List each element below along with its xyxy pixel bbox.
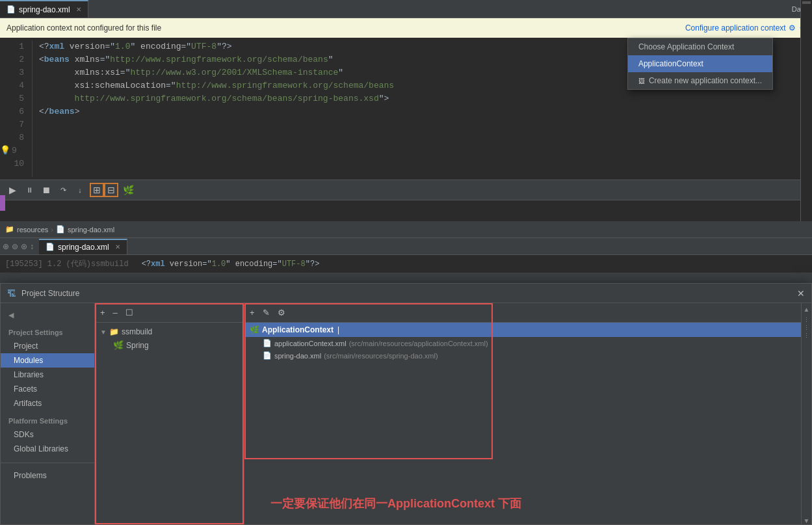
dropdown-item-create-new[interactable]: 🖼 Create new application context...	[628, 72, 772, 89]
sidebar-modules-label: Modules	[14, 356, 43, 365]
configure-link-text: Configure application context	[685, 23, 786, 33]
sub-context-applicationcontext-xml[interactable]: 📄 applicationContext.xml (src/main/resou…	[244, 337, 811, 349]
scroll-up[interactable]: ▲	[804, 306, 810, 313]
sidebar-global-libraries-label: Global Libraries	[14, 444, 68, 453]
tree-child-spring[interactable]: 🌿 Spring	[98, 338, 241, 352]
stop-btn[interactable]: ⏹	[39, 183, 53, 197]
dropdown-menu: Choose Application Context ApplicationCo…	[627, 38, 773, 90]
second-toolbar-btn1[interactable]: ⊕	[3, 242, 9, 251]
code-strip-info: [195253] 1.2 (代码)ssmbuild	[5, 258, 129, 269]
modules-toolbar: + – ☐	[95, 303, 244, 323]
tab-label: spring-dao.xml	[19, 5, 70, 14]
dialog-sidebar: ◀ Project Settings Project Modules Libra…	[1, 303, 95, 524]
second-tab-label: spring-dao.xml	[58, 243, 109, 252]
second-tab-bar: ⊕ ⊚ ⊛ ↕ 📄 spring-dao.xml ✕	[0, 238, 812, 255]
sidebar-libraries-label: Libraries	[14, 370, 44, 379]
configure-link[interactable]: Configure application context ⚙	[685, 23, 796, 33]
settings-context-btn[interactable]: ⚙	[275, 306, 288, 319]
sidebar-item-artifacts[interactable]: Artifacts	[1, 396, 94, 411]
sidebar-item-libraries[interactable]: Libraries	[1, 368, 94, 382]
line-numbers: 12345 678 💡9 10	[0, 40, 33, 177]
second-tab-close[interactable]: ✕	[115, 243, 120, 250]
dialog-close-btn[interactable]: ✕	[797, 288, 805, 299]
second-xml-icon: 📄	[46, 243, 55, 251]
sub-context-spring-dao-xml[interactable]: 📄 spring-dao.xml (src/main/resources/spr…	[244, 349, 811, 362]
sidebar-artifacts-label: Artifacts	[14, 399, 42, 408]
scroll-icon2: ⋮	[804, 325, 809, 331]
step-over-btn[interactable]: ↷	[56, 183, 70, 197]
tab-close-icon[interactable]: ✕	[76, 6, 81, 13]
spring-file-icon2: 📄	[263, 351, 272, 360]
add-module-btn[interactable]: +	[98, 306, 108, 319]
spring-file-icon: 📄	[263, 339, 272, 347]
scroll-down[interactable]: ▼	[804, 517, 810, 524]
second-editor-area: 📁 resources › 📄 spring-dao.xml ⊕ ⊚ ⊛ ↕ 📄…	[0, 221, 812, 283]
sidebar-facets-label: Facets	[14, 384, 37, 394]
dialog-title: Project Structure	[21, 289, 79, 298]
sidebar-section-project-settings: Project Settings	[1, 326, 94, 339]
grid-view2-btn[interactable]: ⊟	[104, 183, 118, 197]
sidebar-item-problems[interactable]: Problems	[1, 468, 94, 483]
editor-scrollbar[interactable]	[800, 0, 812, 221]
contexts-toolbar: + ✎ ⚙	[244, 303, 811, 323]
sidebar-item-modules[interactable]: Modules	[1, 353, 94, 368]
grid-view-btn[interactable]: ⊞	[90, 183, 104, 197]
dialog-content: + – ☐ ▼ 📁 ssmbuild 🌿 Spring	[95, 303, 811, 524]
sub-file-name-0: applicationContext.xml	[274, 340, 347, 347]
sidebar-project-label: Project	[14, 342, 38, 351]
dropdown-item-applicationcontext[interactable]: ApplicationContext	[628, 55, 772, 72]
folder-icon: 📁	[109, 327, 119, 336]
second-tab-spring-dao[interactable]: 📄 spring-dao.xml ✕	[39, 239, 127, 254]
sub-file-path-0: (src/main/resources/applicationContext.x…	[349, 340, 488, 347]
dropdown-item-choose[interactable]: Choose Application Context	[628, 38, 772, 55]
code-strip: [195253] 1.2 (代码)ssmbuild <?xml version=…	[0, 255, 812, 273]
collapse-arrow[interactable]: ◀	[8, 311, 14, 319]
copy-module-btn[interactable]: ☐	[123, 306, 136, 319]
tree-ssmbuild-label: ssmbuild	[122, 327, 152, 336]
dialog-body: ◀ Project Settings Project Modules Libra…	[1, 303, 811, 524]
edit-context-btn[interactable]: ✎	[260, 306, 272, 319]
breadcrumb: 📁 resources › 📄 spring-dao.xml	[0, 221, 812, 238]
sidebar-item-project[interactable]: Project	[1, 339, 94, 353]
sidebar-item-global-libraries[interactable]: Global Libraries	[1, 442, 94, 456]
dialog-titlebar: 🏗 Project Structure ✕	[1, 284, 811, 303]
warning-text: Application context not configured for t…	[7, 23, 161, 33]
dropdown-label-0: Choose Application Context	[638, 42, 734, 51]
debug-btn[interactable]: ⏸	[22, 183, 36, 197]
contexts-scrollbar[interactable]: ▲ ⋮ ⋮ ⋮ ▼	[801, 303, 811, 524]
breadcrumb-file[interactable]: spring-dao.xml	[68, 226, 114, 234]
spring-leaf-icon: 🌿	[113, 340, 124, 350]
tab-spring-dao-xml[interactable]: 📄 spring-dao.xml ✕	[0, 0, 88, 18]
project-structure-dialog: 🏗 Project Structure ✕ ◀ Project Settings…	[0, 283, 812, 525]
cursor-indicator: |	[337, 325, 339, 334]
sidebar-problems-label: Problems	[14, 471, 47, 480]
tree-spring-label: Spring	[126, 341, 149, 350]
breadcrumb-sep: ›	[51, 226, 53, 234]
context-name: ApplicationContext	[262, 325, 334, 334]
contexts-list[interactable]: 🌿 ApplicationContext | 📄 applicationCont…	[244, 323, 811, 483]
gear-icon: ⚙	[789, 23, 796, 33]
sub-file-path-1: (src/main/resources/spring-dao.xml)	[324, 352, 438, 360]
sidebar-item-facets[interactable]: Facets	[1, 382, 94, 396]
tree-node-ssmbuild[interactable]: ▼ 📁 ssmbuild	[98, 325, 241, 338]
scroll-icon1: ⋮	[804, 317, 809, 323]
step-into-btn[interactable]: ↓	[73, 183, 87, 197]
remove-module-btn[interactable]: –	[111, 306, 120, 319]
annotation-text: 一定要保证他们在同一ApplicationContext 下面	[244, 483, 811, 524]
run-btn[interactable]: ▶	[5, 183, 20, 197]
breadcrumb-resources[interactable]: resources	[17, 226, 48, 234]
second-toolbar-btn2[interactable]: ⊚	[12, 242, 18, 251]
context-item-applicationcontext[interactable]: 🌿 ApplicationContext |	[244, 323, 811, 337]
context-icon: 🌿	[250, 325, 259, 334]
second-toolbar-btn4[interactable]: ↕	[30, 242, 34, 251]
add-context-btn[interactable]: +	[247, 306, 257, 319]
tab-bar-top: 📄 spring-dao.xml ✕ Data	[0, 0, 812, 18]
modules-tree[interactable]: ▼ 📁 ssmbuild 🌿 Spring	[95, 323, 244, 524]
sidebar-section-platform-settings: Platform Settings	[1, 414, 94, 427]
xml-file-icon: 📄	[7, 5, 16, 14]
second-toolbar-btn3[interactable]: ⊛	[21, 242, 27, 251]
spring-btn[interactable]: 🌿	[121, 183, 135, 197]
sidebar-item-sdks[interactable]: SDKs	[1, 427, 94, 442]
dropdown-label-2: Create new application context...	[649, 76, 762, 85]
tree-node-spring[interactable]: 🌿 Spring	[111, 338, 241, 352]
